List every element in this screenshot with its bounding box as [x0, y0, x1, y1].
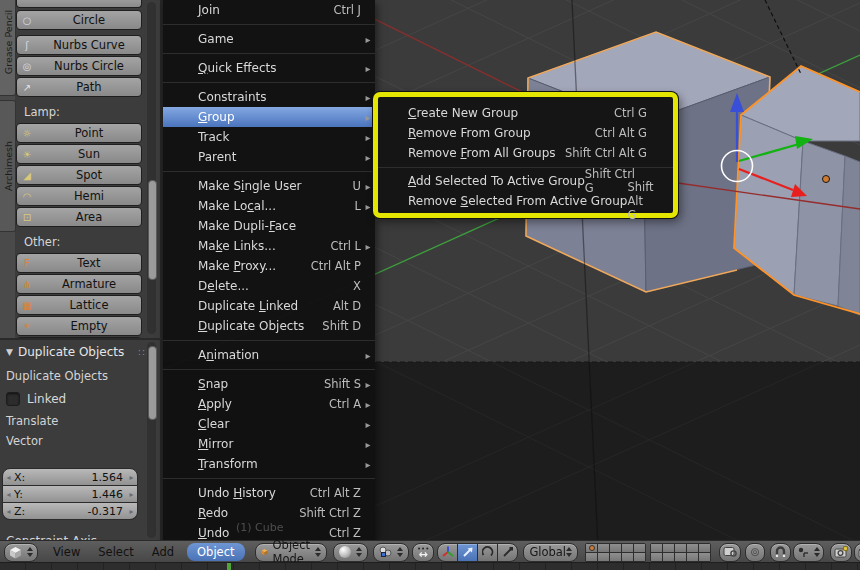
- menu-item-remove-selected-from-active-group[interactable]: Remove Selected From Active GroupShift A…: [378, 191, 673, 211]
- object-origin-dot: [823, 176, 830, 183]
- snap-toggle[interactable]: [770, 543, 791, 562]
- header-menu-view[interactable]: View: [53, 545, 80, 559]
- layer-cell[interactable]: [663, 553, 674, 561]
- menu-separator: [163, 20, 375, 29]
- menu-item-game[interactable]: Game▸: [163, 29, 375, 49]
- menu-item-duplicate-objects[interactable]: Duplicate ObjectsShift D: [163, 316, 375, 336]
- layer-cell[interactable]: [622, 553, 633, 561]
- header-menu-select[interactable]: Select: [98, 545, 133, 559]
- armature-button[interactable]: ⋔Armature: [16, 274, 142, 294]
- hemi-button[interactable]: ◠Hemi: [16, 186, 142, 206]
- layer-cell[interactable]: [634, 544, 645, 552]
- mode-dropdown[interactable]: Object Mode: [255, 543, 327, 562]
- header-menu-add[interactable]: Add: [152, 545, 174, 559]
- nurbs-curve-button[interactable]: ʃNurbs Curve: [16, 35, 142, 55]
- pivot-dropdown[interactable]: [373, 543, 409, 562]
- panel-scrollbar[interactable]: [147, 342, 156, 538]
- timeline-strip[interactable]: [0, 562, 860, 570]
- menu-item-track[interactable]: Track▸: [163, 127, 375, 147]
- layer-cell[interactable]: [586, 544, 597, 552]
- layer-cell[interactable]: [663, 544, 674, 552]
- menu-item-redo[interactable]: RedoShift Ctrl Z: [163, 503, 375, 523]
- menu-item-make-links[interactable]: Make Links...Ctrl L▸: [163, 236, 375, 256]
- menu-item-transform[interactable]: Transform▸: [163, 454, 375, 474]
- tab-grease-pencil[interactable]: Grease Pencil: [0, 0, 16, 96]
- vector-field-z[interactable]: ◂Z:-0.317▸: [2, 503, 138, 520]
- menu-item-make-local[interactable]: Make Local...L▸: [163, 196, 375, 216]
- vector-field-y[interactable]: ◂Y:1.446▸: [2, 486, 138, 503]
- menu-item-remove-from-all-groups[interactable]: Remove From All GroupsShift Ctrl Alt G: [378, 143, 673, 163]
- menu-item-make-single-user[interactable]: Make Single UserU▸: [163, 176, 375, 196]
- translate-manipulator-toggle[interactable]: [457, 543, 478, 562]
- layer-cell[interactable]: [687, 553, 698, 561]
- layer-cell[interactable]: [699, 544, 710, 552]
- tool-shelf-scrollbar[interactable]: [147, 2, 156, 334]
- path-button[interactable]: ↗Path: [16, 77, 142, 97]
- updown-arrows-icon: [356, 547, 362, 557]
- menu-item-undo-history[interactable]: Undo HistoryCtrl Alt Z: [163, 483, 375, 503]
- menu-item-delete[interactable]: Delete...X: [163, 276, 375, 296]
- point-button[interactable]: ☼Point: [16, 123, 142, 143]
- scale-manipulator-toggle[interactable]: [497, 543, 518, 562]
- text-button[interactable]: FText: [16, 253, 142, 273]
- menu-item-group[interactable]: Group▸: [163, 107, 375, 127]
- menu-item-quick-effects[interactable]: Quick Effects▸: [163, 58, 375, 78]
- layer-cell[interactable]: [598, 544, 609, 552]
- manipulate-centers-toggle[interactable]: •••↔: [412, 543, 434, 562]
- layer-cell[interactable]: [687, 544, 698, 552]
- layer-cell[interactable]: [651, 544, 662, 552]
- circle-button[interactable]: ○Circle: [16, 10, 142, 30]
- layer-cell[interactable]: [610, 553, 621, 561]
- spot-button[interactable]: ◢Spot: [16, 165, 142, 185]
- menu-item-mirror[interactable]: Mirror▸: [163, 434, 375, 454]
- layer-cell[interactable]: [651, 553, 662, 561]
- layer-cell[interactable]: [598, 553, 609, 561]
- menu-item-clear[interactable]: Clear▸: [163, 414, 375, 434]
- linked-label: Linked: [27, 392, 66, 406]
- shading-dropdown[interactable]: [333, 543, 368, 562]
- manipulator-axis-toggle[interactable]: [437, 543, 458, 562]
- menu-item-join[interactable]: JoinCtrl J: [163, 0, 375, 20]
- sun-button[interactable]: ☀Sun: [16, 144, 142, 164]
- menu-item-create-new-group[interactable]: Create New GroupCtrl G: [378, 103, 673, 123]
- menu-item-animation[interactable]: Animation▸: [163, 345, 375, 365]
- layer-cell[interactable]: [634, 553, 645, 561]
- tab-archimesh[interactable]: Archimesh: [0, 100, 16, 232]
- clipped-button[interactable]: [16, 0, 142, 8]
- proportional-edit-dropdown[interactable]: ⊚: [745, 543, 765, 562]
- menu-item-apply[interactable]: ApplyCtrl A▸: [163, 394, 375, 414]
- layer-cell[interactable]: [675, 553, 686, 561]
- lock-to-scene-toggle[interactable]: [719, 543, 741, 562]
- opengl-render-anim-button[interactable]: [854, 543, 860, 562]
- empty-button[interactable]: ⌖Empty: [16, 316, 142, 336]
- rotate-manipulator-toggle[interactable]: [477, 543, 498, 562]
- menu-item-snap[interactable]: SnapShift S▸: [163, 374, 375, 394]
- lattice-button[interactable]: ▦Lattice: [16, 295, 142, 315]
- menu-item-duplicate-linked[interactable]: Duplicate LinkedAlt D: [163, 296, 375, 316]
- menu-item-constraints[interactable]: Constraints▸: [163, 87, 375, 107]
- layer-cell[interactable]: [699, 553, 710, 561]
- menu-item-remove-from-group[interactable]: Remove From GroupCtrl Alt G: [378, 123, 673, 143]
- layer-cell[interactable]: [610, 544, 621, 552]
- current-frame-marker[interactable]: [227, 563, 231, 570]
- pivot-point-icon: [379, 546, 392, 558]
- menu-item-make-dupli-face[interactable]: Make Dupli-Face: [163, 216, 375, 236]
- opengl-render-image-button[interactable]: [830, 543, 852, 562]
- menu-item-parent[interactable]: Parent▸: [163, 147, 375, 167]
- snap-element-dropdown[interactable]: [793, 543, 824, 562]
- layer-cell[interactable]: [622, 544, 633, 552]
- menu-item-make-proxy[interactable]: Make Proxy...Ctrl Alt P: [163, 256, 375, 276]
- linked-checkbox[interactable]: [6, 392, 20, 406]
- vector-field-x[interactable]: ◂X:1.564▸: [2, 468, 138, 486]
- nurbs-circle-button[interactable]: ◎Nurbs Circle: [16, 56, 142, 76]
- menu-separator: [378, 163, 673, 171]
- operator-panel-header[interactable]: ▼ Duplicate Objects ::::: [0, 340, 160, 361]
- orientation-dropdown[interactable]: Global: [523, 543, 578, 562]
- header-menu-object[interactable]: Object: [187, 543, 244, 561]
- area-button[interactable]: ⊡Area: [16, 207, 142, 227]
- button-label: Hemi: [23, 189, 141, 203]
- layer-cell[interactable]: [675, 544, 686, 552]
- editor-type-button[interactable]: [4, 543, 38, 562]
- layer-cell[interactable]: [586, 553, 597, 561]
- 3d-view-editor-icon: [9, 546, 22, 559]
